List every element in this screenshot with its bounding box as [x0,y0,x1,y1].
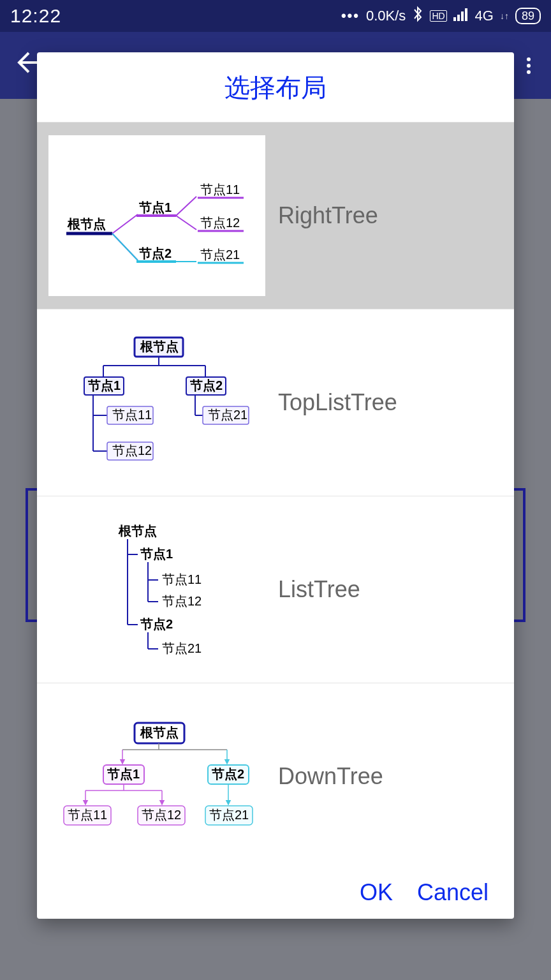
option-toplisttree[interactable]: 根节点 节点1 节点2 节点11 节点12 [37,309,514,496]
svg-text:节点11: 节点11 [68,808,107,822]
svg-text:节点11: 节点11 [112,408,152,422]
preview-toplisttree: 根节点 节点1 节点2 节点11 节点12 [48,322,265,483]
option-label: ListTree [278,576,501,603]
menu-icon[interactable] [519,56,538,75]
dialog-actions: OK Cancel [37,868,514,919]
svg-text:节点21: 节点21 [200,248,240,262]
option-label: TopListTree [278,389,501,416]
svg-text:节点1: 节点1 [138,200,172,214]
svg-text:根节点: 根节点 [140,725,179,739]
layout-dialog: 选择布局 根节点 节点1 节点11 节点12 节点2 [37,52,514,919]
bluetooth-icon [412,6,423,26]
svg-point-4 [527,57,531,61]
svg-text:节点2: 节点2 [211,767,244,781]
svg-text:节点1: 节点1 [140,547,173,561]
svg-point-6 [527,70,531,74]
preview-listtree: 根节点 节点1 节点11 节点12 节点2 节点21 [48,509,265,670]
arrows-icon: ↓↑ [500,11,509,21]
battery-indicator: 89 [515,8,541,24]
ok-button[interactable]: OK [360,879,393,906]
svg-point-5 [527,64,531,68]
svg-rect-0 [453,17,456,21]
netspeed: 0.0K/s [366,8,406,24]
more-icon: ••• [341,8,360,24]
option-listtree[interactable]: 根节点 节点1 节点11 节点12 节点2 节点21 ListTree [37,496,514,683]
svg-text:节点11: 节点11 [200,182,240,197]
option-downtree[interactable]: 根节点 节点1 节点2 节点11 节点12 [37,683,514,868]
svg-text:节点21: 节点21 [209,808,249,822]
svg-text:节点2: 节点2 [189,378,223,392]
network-label: 4G [475,8,494,24]
back-icon[interactable] [13,50,38,81]
layout-options: 根节点 节点1 节点11 节点12 节点2 节点21 [37,122,514,868]
svg-text:节点1: 节点1 [87,378,121,392]
svg-text:节点12: 节点12 [142,808,181,822]
svg-text:根节点: 根节点 [67,217,106,231]
status-bar: 12:22 ••• 0.0K/s HD 4G ↓↑ 89 [0,0,551,32]
svg-rect-3 [465,8,467,21]
preview-downtree: 根节点 节点1 节点2 节点11 节点12 [48,696,265,857]
signal-icon [453,7,469,25]
svg-text:根节点: 根节点 [140,339,179,353]
svg-rect-2 [461,11,464,21]
svg-rect-1 [457,15,460,21]
svg-text:节点12: 节点12 [112,443,152,457]
svg-text:节点11: 节点11 [162,572,202,586]
option-label: DownTree [278,763,501,790]
status-right: ••• 0.0K/s HD 4G ↓↑ 89 [341,6,541,26]
dialog-title: 选择布局 [37,52,514,122]
status-time: 12:22 [10,5,61,27]
preview-righttree: 根节点 节点1 节点11 节点12 节点2 节点21 [48,135,265,296]
svg-text:根节点: 根节点 [118,524,157,538]
cancel-button[interactable]: Cancel [417,879,489,906]
hd-icon: HD [430,10,446,22]
svg-text:节点12: 节点12 [200,216,240,230]
svg-text:节点2: 节点2 [138,246,172,260]
svg-text:节点21: 节点21 [208,408,247,422]
svg-text:节点21: 节点21 [162,641,202,655]
option-label: RightTree [278,202,501,229]
option-righttree[interactable]: 根节点 节点1 节点11 节点12 节点2 节点21 [37,122,514,309]
svg-text:节点1: 节点1 [107,767,140,781]
svg-text:节点12: 节点12 [162,594,202,608]
svg-text:节点2: 节点2 [140,617,173,631]
